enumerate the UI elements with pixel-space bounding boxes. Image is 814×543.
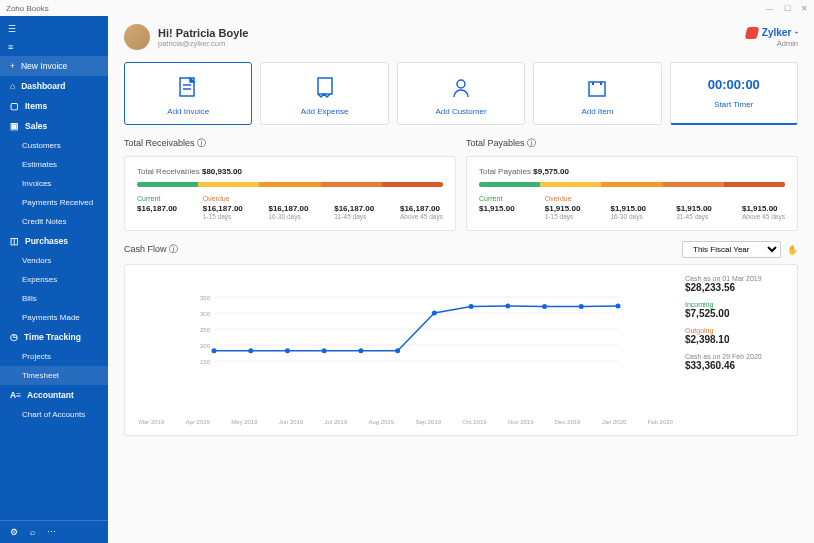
sidebar-group-time[interactable]: ◷ Time Tracking [0,327,108,347]
receivables-title: Total Receivables ⓘ [124,137,456,150]
add-expense-card[interactable]: Add Expense [260,62,388,125]
sidebar-item-items[interactable]: ▢ Items [0,96,108,116]
sidebar-item-customers[interactable]: Customers [0,136,108,155]
svg-point-19 [322,348,327,353]
svg-text:300: 300 [200,311,211,317]
receivables-card: Total Receivables $80,935.00 Current$16,… [124,156,456,231]
app-title: Zoho Books [6,4,49,13]
sidebar-item-expenses[interactable]: Expenses [0,270,108,289]
start-timer-card[interactable]: 00:00:00 Start Timer [670,62,798,125]
sidebar-item-dashboard[interactable]: ⌂ Dashboard [0,76,108,96]
close-icon[interactable]: ✕ [801,4,808,13]
clock-icon: ◷ [10,332,18,342]
aging-bucket: $16,187.00Above 45 days [400,195,443,220]
payables-title: Total Payables ⓘ [466,137,798,150]
sidebar-item-bills[interactable]: Bills [0,289,108,308]
sidebar-item-vendors[interactable]: Vendors [0,251,108,270]
svg-point-24 [505,303,510,308]
cashflow-chart: 150200250300350 Mar 2019Apr 2019May 2019… [135,275,677,425]
sidebar-item-label: Sales [25,121,47,131]
sidebar-item-chart-of-accounts[interactable]: Chart of Accounts [0,405,108,424]
svg-point-16 [212,348,217,353]
card-label: Add Invoice [129,107,247,116]
total-value: $9,575.00 [533,167,569,176]
outgoing-label: Outgoing [685,327,787,334]
add-item-card[interactable]: Add Item [533,62,661,125]
tag-icon: ▢ [10,101,19,111]
card-label: Add Expense [265,107,383,116]
period-select[interactable]: This Fiscal Year [682,241,781,258]
accountant-icon: A≡ [10,390,21,400]
aging-bucket: Overdue$1,915.001-15 days [545,195,581,220]
sidebar-item-payments-received[interactable]: Payments Received [0,193,108,212]
svg-text:350: 350 [200,295,211,301]
closing-label: Cash as on 29 Feb 2020 [685,353,787,360]
sidebar-item-label: New Invoice [21,61,67,71]
svg-point-21 [395,348,400,353]
sidebar-item-invoices[interactable]: Invoices [0,174,108,193]
sidebar-group-accountant[interactable]: A≡ Accountant [0,385,108,405]
add-customer-card[interactable]: Add Customer [397,62,525,125]
user-email: patricia@zylker.com [158,39,248,48]
sidebar-item-timesheet[interactable]: Timesheet [0,366,108,385]
cart-icon: ▣ [10,121,19,131]
help-icon[interactable]: ✋ [787,245,798,255]
aging-bucket: $1,915.0031-45 days [676,195,712,220]
card-label: Add Customer [402,107,520,116]
total-label: Total Receivables [137,167,200,176]
total-value: $80,935.00 [202,167,242,176]
receivables-bar [137,182,443,187]
svg-text:250: 250 [200,327,211,333]
new-invoice-button[interactable]: + New Invoice [0,56,108,76]
svg-text:150: 150 [200,359,211,365]
home-icon: ⌂ [10,81,15,91]
svg-point-20 [358,348,363,353]
aging-bucket: $1,915.00Above 45 days [742,195,785,220]
sidebar-item-projects[interactable]: Projects [0,347,108,366]
aging-bucket: Current$1,915.00 [479,195,515,220]
aging-bucket: Overdue$16,187.001-15 days [203,195,243,220]
svg-point-27 [616,303,621,308]
svg-point-23 [469,304,474,309]
svg-point-17 [248,348,253,353]
sidebar-item-credit-notes[interactable]: Credit Notes [0,212,108,231]
sidebar-item-estimates[interactable]: Estimates [0,155,108,174]
sidebar-group-purchases[interactable]: ◫ Purchases [0,231,108,251]
svg-rect-3 [318,78,332,94]
avatar[interactable] [124,24,150,50]
outgoing-value: $2,398.10 [685,334,787,345]
sidebar-item-payments-made[interactable]: Payments Made [0,308,108,327]
svg-point-26 [579,304,584,309]
card-label: Start Timer [675,100,793,109]
sidebar-item-label: Items [25,101,47,111]
org-switcher[interactable]: Zylker [746,27,798,39]
expense-icon [265,77,383,99]
aging-bucket: $1,915.0016-30 days [610,195,646,220]
more-icon[interactable]: ⋯ [47,527,56,537]
plus-icon: + [10,61,15,71]
sidebar-item-label: Accountant [27,390,74,400]
sidebar-item-label: Purchases [25,236,68,246]
collapse-icon[interactable]: ≡ [8,42,13,52]
maximize-icon[interactable]: ☐ [784,4,791,13]
cashflow-title: Cash Flow ⓘ [124,243,178,256]
opening-label: Cash as on 01 Mar 2019 [685,275,787,282]
menu-icon[interactable]: ☰ [8,24,16,34]
aging-bucket: $16,187.0016-30 days [268,195,308,220]
incoming-value: $7,525.00 [685,308,787,319]
aging-bucket: $16,187.0031-45 days [334,195,374,220]
opening-value: $28,233.56 [685,282,787,293]
item-icon [538,77,656,99]
payables-card: Total Payables $9,575.00 Current$1,915.0… [466,156,798,231]
add-invoice-card[interactable]: Add Invoice [124,62,252,125]
svg-point-18 [285,348,290,353]
greeting: Hi! Patricia Boyle [158,27,248,39]
user-role: Admin [746,39,798,48]
search-icon[interactable]: ⌕ [30,527,35,537]
sidebar-group-sales[interactable]: ▣ Sales [0,116,108,136]
invoice-icon [129,77,247,99]
svg-point-22 [432,311,437,316]
closing-value: $33,360.46 [685,360,787,371]
minimize-icon[interactable]: — [766,4,774,13]
settings-icon[interactable]: ⚙ [10,527,18,537]
